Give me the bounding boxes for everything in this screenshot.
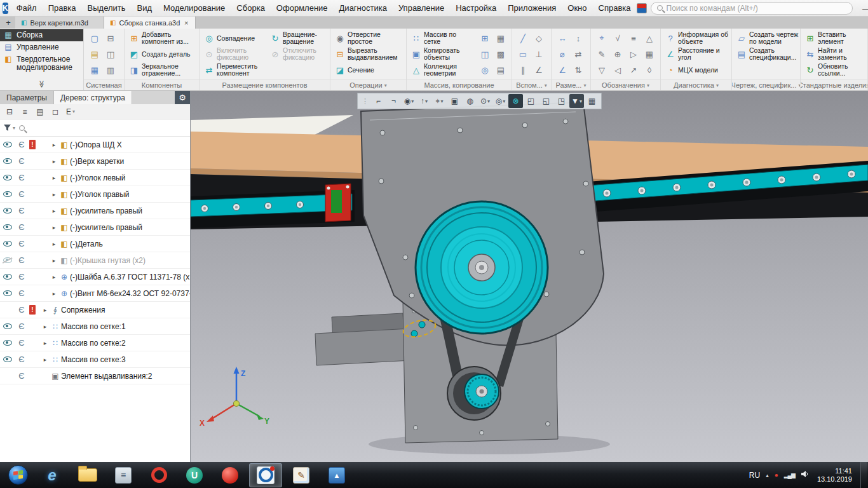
ribbon-button[interactable]: ? Информация об объекте	[664, 30, 731, 46]
taskbar-app-button[interactable]: ▲	[320, 463, 353, 487]
load-state-icon[interactable]: Є	[15, 305, 28, 315]
ribbon-tool-icon[interactable]: ∠	[531, 62, 546, 78]
ribbon-button[interactable]: ⇄ Переместить компонент	[203, 62, 266, 78]
tree-item[interactable]: Є ▸ ⊕ (-)Винт М6-6ех24.32 ОСТ 92-0737-	[0, 285, 190, 302]
ribbon-button[interactable]: ⊙ Включить фиксацию	[203, 46, 266, 62]
ribbon-button[interactable]: ◩ Создать деталь	[128, 46, 199, 62]
menu-item[interactable]: Выделить	[82, 0, 132, 16]
ribbon-tool-icon[interactable]: ▥	[103, 62, 118, 78]
ribbon-tool-icon[interactable]: ◁	[610, 62, 625, 78]
3d-scene[interactable]: Z X Y	[191, 91, 868, 462]
ribbon-button[interactable]: ∠ Расстояние и угол	[664, 46, 731, 62]
expand-arrow-icon[interactable]: ▸	[41, 356, 50, 363]
taskbar-app-button[interactable]	[142, 463, 175, 487]
tree-item[interactable]: Є ▸ ∷ Массив по сетке:3	[0, 351, 190, 368]
viewport-tool-button[interactable]: ◎▾	[493, 94, 508, 108]
gear-icon[interactable]: ⚙	[175, 91, 190, 104]
ribbon-button[interactable]: △ Коллекция геометрии	[410, 62, 475, 78]
tree-item[interactable]: Є ▸ ◧ (-)Уголок правый	[0, 186, 190, 203]
tree-tool-button[interactable]: ≡	[18, 105, 32, 118]
ribbon-tool-icon[interactable]: ▦	[642, 46, 657, 62]
ribbon-tool-icon[interactable]: ∠	[555, 62, 570, 78]
visibility-toggle[interactable]	[0, 224, 15, 230]
menu-item[interactable]: Справка	[593, 0, 637, 16]
load-state-icon[interactable]: Є	[15, 156, 28, 166]
expand-arrow-icon[interactable]: ▸	[50, 175, 58, 181]
ribbon-tool-icon[interactable]: ▩	[493, 46, 508, 62]
load-state-icon[interactable]: Є	[15, 173, 28, 182]
ribbon-mode-tab[interactable]: ◧ Твердотельное моделирование	[0, 53, 83, 74]
expand-arrow-icon[interactable]: ▸	[41, 340, 50, 346]
ribbon-tool-icon[interactable]: ↗	[626, 62, 641, 78]
ribbon-button[interactable]: ↻ Обновить ссылки...	[804, 62, 868, 78]
menu-item[interactable]: Моделирование	[158, 0, 231, 16]
tree-search[interactable]	[19, 121, 187, 135]
tree-item[interactable]: Є ! ▸ ∮ Сопряжения	[0, 302, 190, 318]
clock[interactable]: 11:41 13.10.2019	[815, 467, 855, 484]
load-state-icon[interactable]: Є	[15, 140, 28, 149]
ribbon-tool-icon[interactable]: ▢	[87, 30, 102, 46]
volume-icon[interactable]	[801, 470, 809, 480]
tab-close-icon[interactable]: ×	[183, 19, 189, 27]
visibility-toggle[interactable]	[0, 158, 15, 164]
visibility-toggle[interactable]	[0, 356, 15, 362]
tab-parameters[interactable]: Параметры	[0, 91, 54, 104]
ribbon-button[interactable]: ↻ Вращение-вращение	[269, 30, 330, 46]
ribbon-button[interactable]: ∷ Массив по сетке	[410, 30, 475, 46]
taskbar-app-button[interactable]: e	[36, 463, 69, 487]
ribbon-tool-icon[interactable]: ⊞	[477, 30, 492, 46]
load-state-icon[interactable]: Є	[15, 355, 28, 364]
notification-icon[interactable]: ●	[775, 471, 778, 478]
expand-arrow-icon[interactable]: ▸	[50, 257, 58, 264]
visibility-toggle[interactable]	[0, 323, 15, 329]
show-desktop-button[interactable]	[860, 462, 867, 488]
expand-arrow-icon[interactable]: ▸	[41, 307, 50, 313]
expand-arrow-icon[interactable]: ▸	[50, 290, 58, 297]
new-tab-button[interactable]: +	[1, 17, 15, 29]
tree-item[interactable]: Є ▸ ◧ (-)Верх каретки	[0, 153, 190, 170]
ribbon-tool-icon[interactable]: ◫	[477, 46, 492, 62]
network-icon[interactable]: ▂▄▆	[784, 472, 795, 478]
visibility-toggle[interactable]	[0, 208, 15, 214]
ribbon-tool-icon[interactable]: ▤	[493, 62, 508, 78]
visibility-toggle[interactable]	[0, 142, 15, 147]
ribbon-tool-icon[interactable]: ≡	[626, 30, 641, 46]
ribbon-button[interactable]: ⊞ Добавить компонент из...	[128, 30, 199, 46]
load-state-icon[interactable]: Є	[15, 322, 28, 331]
language-indicator[interactable]: RU	[749, 471, 760, 480]
ribbon-tool-icon[interactable]: ◫	[103, 46, 118, 62]
taskbar-app-button[interactable]: ✎	[285, 463, 318, 487]
tree-tool-button[interactable]: ⊟	[3, 105, 17, 118]
load-state-icon[interactable]: Є	[15, 189, 28, 199]
ribbon-button[interactable]: ◉ Отверстие простое	[334, 30, 406, 46]
minimize-button[interactable]: —	[857, 2, 868, 15]
visibility-toggle[interactable]	[0, 373, 15, 379]
ribbon-button[interactable]: ◔ МЦХ модели	[664, 62, 731, 78]
load-state-icon[interactable]: Є	[15, 222, 28, 232]
visibility-toggle[interactable]	[0, 290, 15, 296]
ribbon-button[interactable]: ▤ Создать спецификаци...	[735, 46, 801, 62]
ribbon-tool-icon[interactable]: ↔	[555, 30, 570, 46]
ribbon-tool-icon[interactable]: ⌀	[555, 46, 570, 62]
menu-item[interactable]: Управление	[393, 0, 450, 16]
load-state-icon[interactable]: Є	[15, 288, 28, 298]
viewport-tool-button[interactable]: ▣	[447, 94, 462, 108]
visibility-toggle[interactable]	[0, 257, 15, 263]
expand-arrow-icon[interactable]: ▸	[50, 158, 58, 165]
command-search-input[interactable]	[667, 4, 846, 13]
filter-funnel-icon[interactable]: ▾	[3, 124, 15, 132]
taskbar-app-button[interactable]: U	[178, 463, 211, 487]
ribbon-tool-icon[interactable]: ◊	[642, 62, 657, 78]
ribbon-tool-icon[interactable]: ✎	[594, 46, 609, 62]
menu-item[interactable]: Оформление	[271, 0, 334, 16]
expand-arrow-icon[interactable]: ▸	[41, 323, 50, 330]
tree-item[interactable]: Є ▸ ◧ (-)Уголок левый	[0, 170, 190, 186]
visibility-toggle[interactable]	[0, 340, 15, 346]
expand-arrow-icon[interactable]: ▸	[50, 274, 58, 280]
document-tab[interactable]: ◧ Верх каретки.m3d	[15, 17, 104, 29]
menu-item[interactable]: Файл	[11, 0, 43, 16]
ribbon-tool-icon[interactable]: ↕	[571, 30, 586, 46]
ribbon-button[interactable]: ▱ Создать чертеж по модели	[735, 30, 801, 46]
ribbon-tool-icon[interactable]: △	[642, 30, 657, 46]
load-state-icon[interactable]: Є	[15, 272, 28, 281]
